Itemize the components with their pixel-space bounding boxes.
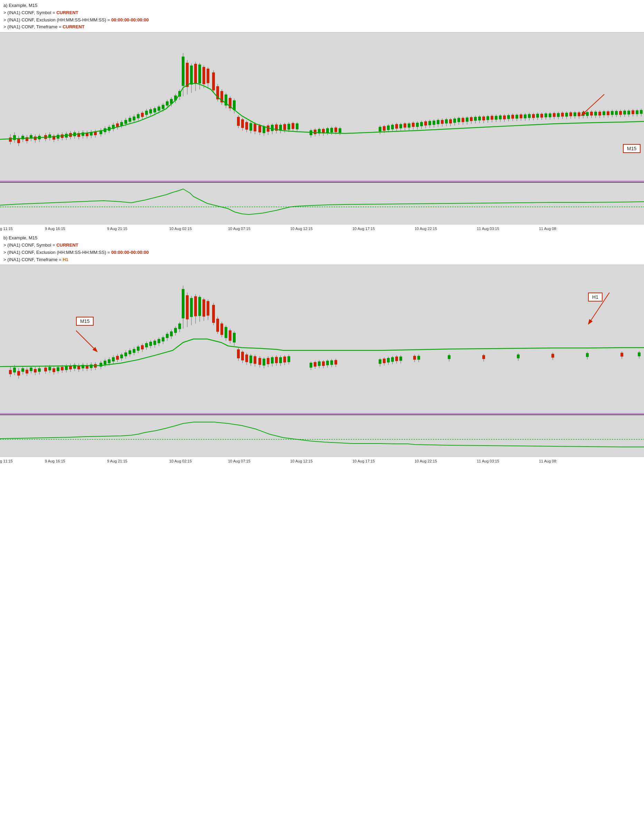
svg-rect-214 (499, 116, 502, 119)
svg-rect-178 (424, 122, 427, 126)
svg-rect-86 (186, 63, 189, 87)
svg-rect-418 (283, 357, 286, 363)
svg-rect-336 (112, 358, 115, 362)
svg-rect-70 (154, 108, 156, 112)
svg-rect-428 (322, 362, 325, 366)
time-a-4: 10 Aug 07:15 (228, 227, 251, 231)
svg-rect-304 (44, 368, 47, 372)
svg-rect-370 (182, 289, 184, 318)
svg-rect-72 (157, 107, 160, 111)
svg-rect-190 (449, 119, 452, 124)
svg-rect-76 (166, 101, 168, 106)
svg-rect-410 (267, 358, 270, 364)
svg-rect-114 (245, 122, 248, 130)
svg-rect-200 (470, 117, 473, 121)
svg-rect-398 (241, 352, 244, 361)
svg-rect-346 (133, 349, 135, 353)
time-a-7: 10 Aug 22:15 (415, 227, 437, 231)
svg-rect-234 (540, 114, 543, 118)
svg-rect-68 (149, 109, 152, 114)
svg-rect-220 (511, 115, 514, 119)
svg-rect-312 (61, 367, 63, 371)
section-b-line1-prefix: > (INA1) CONF, Symbol = (3, 242, 56, 248)
chart-b-main: M15 H1 (0, 265, 644, 413)
svg-rect-206 (482, 117, 485, 120)
svg-rect-296 (25, 370, 29, 374)
svg-rect-268 (611, 111, 614, 115)
svg-rect-246 (565, 113, 568, 117)
svg-rect-192 (453, 119, 456, 123)
section-a-line2-prefix: > (INA1) CONF, Exclusion (HH:MM:SS-HH:MM… (3, 17, 111, 22)
svg-rect-368 (178, 324, 181, 329)
svg-rect-186 (441, 120, 444, 124)
time-b-4: 10 Aug 07:15 (228, 459, 251, 463)
svg-rect-264 (603, 112, 605, 116)
svg-rect-308 (52, 369, 55, 372)
section-b-exclusion-value: 00:00:00-00:00:00 (111, 250, 149, 255)
svg-rect-134 (287, 124, 290, 130)
svg-rect-270 (615, 111, 618, 115)
annotation-b-m15: M15 (76, 317, 94, 326)
svg-rect-348 (137, 347, 140, 351)
time-b-6: 10 Aug 17:15 (352, 459, 375, 463)
svg-rect-56 (124, 120, 127, 124)
svg-rect-240 (553, 113, 555, 117)
svg-rect-352 (145, 343, 148, 347)
svg-rect-148 (326, 128, 329, 133)
svg-rect-376 (194, 296, 197, 317)
svg-rect-396 (237, 350, 240, 358)
svg-rect-280 (636, 111, 638, 114)
svg-rect-126 (271, 125, 274, 131)
svg-rect-366 (174, 328, 177, 333)
svg-rect-278 (631, 111, 634, 114)
svg-rect-168 (403, 124, 406, 128)
svg-rect-156 (379, 127, 381, 131)
svg-rect-282 (640, 110, 642, 114)
svg-rect-242 (557, 113, 560, 117)
svg-rect-212 (495, 116, 498, 120)
section-b-timeframe-value: H1 (62, 257, 68, 262)
time-b-8: 11 Aug 03:15 (477, 459, 499, 463)
svg-rect-258 (590, 112, 593, 116)
svg-rect-4 (13, 135, 16, 140)
svg-rect-350 (141, 345, 144, 350)
svg-rect-426 (318, 362, 320, 366)
svg-rect-444 (395, 357, 398, 361)
time-a-2: 9 Aug 21:15 (107, 227, 127, 231)
svg-rect-436 (379, 360, 381, 364)
svg-rect-388 (220, 324, 223, 335)
svg-rect-204 (478, 117, 481, 120)
svg-rect-6 (17, 138, 20, 143)
svg-rect-284 (0, 183, 644, 224)
annotation-b-m15-label: M15 (80, 318, 89, 324)
svg-rect-120 (259, 126, 261, 133)
svg-rect-306 (48, 367, 51, 371)
oscillator-b-svg (0, 415, 644, 457)
svg-rect-416 (279, 358, 282, 363)
svg-rect-180 (428, 121, 431, 125)
time-b-1: 9 Aug 16:15 (45, 459, 65, 463)
time-axis-a: g 11:15 9 Aug 16:15 9 Aug 21:15 10 Aug 0… (0, 224, 644, 233)
svg-rect-338 (116, 356, 119, 360)
svg-rect-172 (412, 123, 415, 127)
svg-rect-188 (445, 119, 448, 124)
svg-rect-160 (387, 126, 390, 130)
time-b-2: 9 Aug 21:15 (107, 459, 127, 463)
svg-rect-0 (0, 32, 644, 181)
svg-rect-360 (162, 337, 165, 342)
svg-rect-116 (249, 123, 252, 131)
svg-rect-422 (309, 363, 312, 368)
svg-rect-274 (623, 111, 626, 115)
annotation-b-h1: H1 (588, 293, 603, 301)
svg-rect-302 (38, 369, 41, 372)
svg-rect-384 (212, 305, 215, 323)
svg-rect-166 (400, 124, 402, 128)
section-b-title: b) Example, M15 (3, 234, 641, 242)
svg-rect-374 (190, 298, 193, 317)
time-a-0: g 11:15 (0, 227, 13, 231)
svg-rect-92 (198, 65, 201, 84)
svg-rect-456 (517, 355, 520, 358)
svg-rect-154 (339, 128, 341, 133)
section-b-header: b) Example, M15 > (INA1) CONF, Symbol = … (0, 233, 644, 265)
svg-rect-272 (619, 111, 622, 115)
